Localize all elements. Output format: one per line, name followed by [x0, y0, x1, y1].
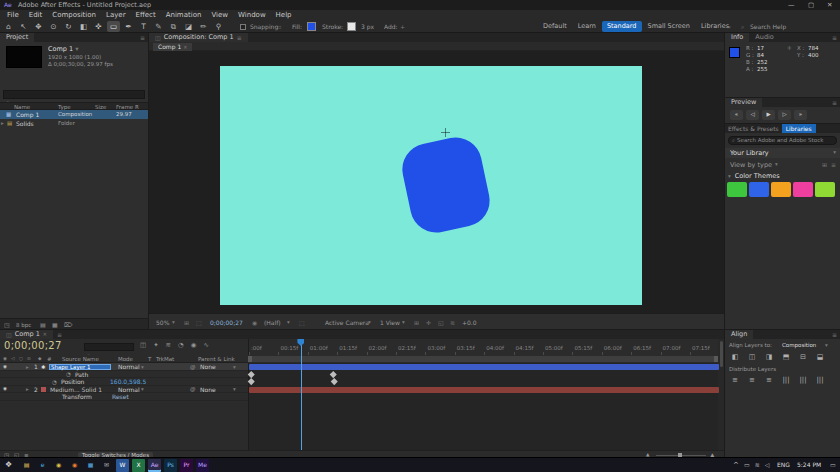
- color-theme-swatch[interactable]: [771, 182, 791, 197]
- workspace-overflow-icon[interactable]: »: [727, 24, 731, 31]
- panel-menu-icon[interactable]: ≡: [832, 100, 840, 106]
- chrome-icon[interactable]: ◉: [52, 459, 65, 472]
- next-frame-button[interactable]: ▷: [778, 110, 791, 120]
- region-of-interest-icon[interactable]: ⬚: [299, 320, 305, 326]
- menu-file[interactable]: File: [2, 12, 24, 19]
- comp-mini-flowchart-icon[interactable]: ◫: [140, 342, 146, 349]
- view-by-selector[interactable]: View by type ▾ ⊞ ≡: [725, 160, 840, 170]
- tab-align[interactable]: Align: [725, 330, 753, 339]
- shape-object[interactable]: [398, 133, 495, 238]
- layer-row-shape[interactable]: ◉ ▸ 1 ✱ Shape Layer 1 Normal ▾ @ None ▾: [0, 363, 248, 371]
- minimize-button[interactable]: —: [788, 2, 795, 9]
- work-area-bar[interactable]: [248, 356, 718, 362]
- property-name[interactable]: Path: [75, 372, 88, 378]
- color-themes-section-header[interactable]: ▾ Color Themes: [725, 172, 840, 181]
- align-right-icon[interactable]: ◨: [763, 352, 775, 362]
- draft-3d-icon[interactable]: ✦: [153, 342, 158, 349]
- distribute-top-icon[interactable]: ≡: [729, 375, 741, 385]
- menu-animation[interactable]: Animation: [161, 12, 207, 19]
- clone-stamp-tool[interactable]: ⧉: [167, 21, 180, 32]
- timeline-graph-area[interactable]: [248, 363, 718, 450]
- panel-menu-icon[interactable]: ≡: [57, 332, 65, 338]
- t-column-header[interactable]: T: [148, 357, 151, 363]
- keyframe[interactable]: [331, 378, 337, 384]
- grid-guides-icon[interactable]: ⊞: [184, 320, 189, 326]
- eraser-tool[interactable]: ◪: [182, 21, 195, 32]
- zoom-tool[interactable]: ⊙: [47, 21, 60, 32]
- type-tool[interactable]: T: [137, 21, 150, 32]
- play-button[interactable]: ▶: [762, 110, 775, 120]
- action-center-icon[interactable]: ▭: [830, 462, 836, 468]
- frame-blending-icon[interactable]: ◔: [178, 342, 184, 349]
- solid-layer-bar[interactable]: [249, 387, 719, 393]
- position-value[interactable]: 160.0,598.5: [110, 379, 146, 385]
- selection-tool[interactable]: ↖: [17, 21, 30, 32]
- tab-preview[interactable]: Preview: [725, 98, 762, 107]
- layer-visibility-toggle[interactable]: ◉: [3, 387, 7, 392]
- add-shape-icon[interactable]: +: [400, 24, 405, 30]
- stopwatch-icon[interactable]: ◔: [66, 372, 71, 378]
- workspace-tab-standard[interactable]: Standard: [602, 21, 642, 32]
- property-group-transform[interactable]: Transform Reset: [0, 393, 248, 401]
- fast-previews-icon[interactable]: ✛: [426, 320, 431, 326]
- scrollbar-thumb[interactable]: [720, 341, 723, 367]
- fill-label[interactable]: Fill:: [292, 24, 302, 30]
- library-selector[interactable]: Your Library ▾: [725, 148, 840, 158]
- parent-pickwhip-icon[interactable]: @: [190, 387, 196, 393]
- resolution-caret[interactable]: ▾: [287, 320, 290, 326]
- after-effects-icon[interactable]: Ae: [148, 459, 161, 472]
- panel-divider[interactable]: [148, 33, 149, 330]
- panel-menu-icon[interactable]: ≡: [237, 35, 242, 41]
- hide-shy-layers-icon[interactable]: ≋: [166, 342, 171, 349]
- distribute-bottom-icon[interactable]: ≡: [763, 375, 775, 385]
- firefox-icon[interactable]: ◉: [68, 459, 81, 472]
- stroke-color-swatch[interactable]: [347, 22, 356, 31]
- current-time-display[interactable]: 0;00;00;27: [4, 341, 62, 351]
- expander-icon[interactable]: ▸: [1, 121, 4, 127]
- close-button[interactable]: ✕: [827, 2, 832, 9]
- hand-tool[interactable]: ✥: [32, 21, 45, 32]
- pan-behind-tool[interactable]: ✜: [92, 21, 105, 32]
- menu-edit[interactable]: Edit: [24, 12, 48, 19]
- tab-info[interactable]: Info: [725, 33, 749, 42]
- trkmat-column-header[interactable]: TrkMat: [156, 357, 174, 363]
- mode-column-header[interactable]: Mode: [118, 357, 133, 363]
- excel-icon[interactable]: X: [132, 459, 145, 472]
- transform-group-label[interactable]: Transform: [62, 394, 92, 400]
- last-frame-button[interactable]: »: [794, 110, 807, 120]
- snapping-checkbox[interactable]: [240, 24, 246, 30]
- color-theme-swatch[interactable]: [793, 182, 813, 197]
- language-indicator[interactable]: ENG: [777, 462, 790, 468]
- view-grid-icon[interactable]: ⊞: [822, 162, 827, 168]
- parent-dropdown[interactable]: None: [200, 364, 216, 370]
- network-icon[interactable]: ≋: [755, 462, 760, 468]
- table-row[interactable]: ▦ Comp 1 Composition 29.97: [0, 110, 148, 119]
- panel-menu-icon[interactable]: ≡: [832, 35, 840, 41]
- tab-project[interactable]: Project: [0, 33, 34, 42]
- parent-pickwhip-icon[interactable]: @: [190, 365, 196, 371]
- color-theme-swatch[interactable]: [749, 182, 769, 197]
- composition-canvas[interactable]: [220, 66, 642, 305]
- fill-color-swatch[interactable]: [307, 22, 316, 31]
- blend-mode-dropdown[interactable]: Normal: [118, 387, 140, 393]
- search-help-input[interactable]: Search Help: [750, 24, 786, 30]
- color-depth-button[interactable]: 8 bpc: [16, 323, 31, 329]
- exposure-icon[interactable]: ≋: [450, 320, 455, 326]
- menu-help[interactable]: Help: [271, 12, 297, 19]
- viewer-tab-comp1[interactable]: Comp 1 ✕: [153, 43, 192, 51]
- view-layout-caret[interactable]: ▾: [402, 320, 405, 326]
- layer-name-input[interactable]: Shape Layer 1: [49, 364, 111, 371]
- menu-window[interactable]: Window: [233, 12, 271, 19]
- work-area-start-handle[interactable]: [248, 356, 252, 362]
- panel-menu-icon[interactable]: ≡: [832, 332, 840, 338]
- camera-view-value[interactable]: Active Camera: [325, 320, 369, 326]
- blend-mode-dropdown[interactable]: Normal: [118, 364, 140, 370]
- menu-layer[interactable]: Layer: [101, 12, 131, 19]
- color-theme-swatch[interactable]: [815, 182, 835, 197]
- orbit-camera-tool[interactable]: ↻: [62, 21, 75, 32]
- timeline-search-box[interactable]: ⌕: [84, 343, 134, 351]
- workspace-tab-learn[interactable]: Learn: [573, 21, 601, 32]
- view-list-icon[interactable]: ≡: [831, 162, 836, 168]
- libraries-search-box[interactable]: ⌕ Search Adobe and Adobe Stock: [728, 136, 837, 145]
- resolution-value[interactable]: (Half): [264, 320, 281, 326]
